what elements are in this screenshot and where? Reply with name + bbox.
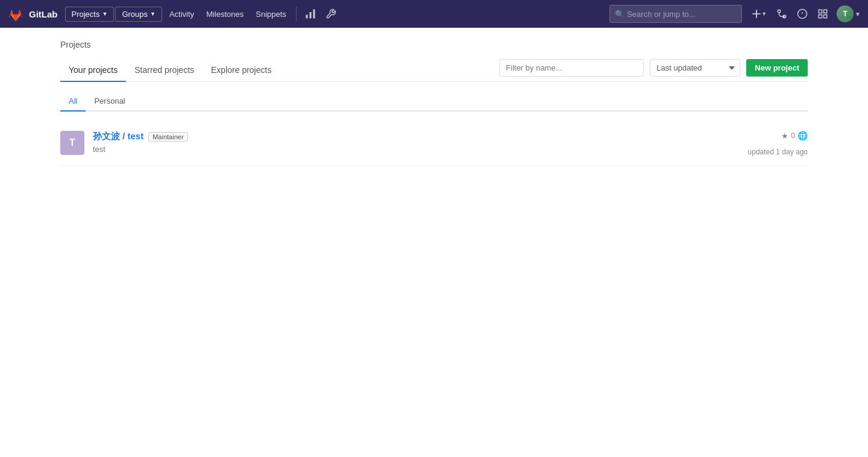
filter-by-name-input[interactable] <box>499 59 644 77</box>
tab-starred-projects[interactable]: Starred projects <box>126 59 203 82</box>
sub-tab-all[interactable]: All <box>60 92 86 112</box>
svg-rect-6 <box>819 10 822 13</box>
merge-requests-button[interactable] <box>772 6 792 22</box>
project-meta: ★ 0 🌐 updated 1 day ago <box>748 131 808 156</box>
user-avatar-nav[interactable]: T <box>837 5 854 22</box>
create-new-button[interactable]: ▼ <box>747 7 772 21</box>
svg-rect-2 <box>313 10 315 19</box>
avatar: T <box>60 131 84 155</box>
global-search-box[interactable]: 🔍 <box>609 5 742 23</box>
main-tabs: Your projects Starred projects Explore p… <box>60 59 499 81</box>
user-menu-chevron: ▼ <box>855 11 861 17</box>
groups-menu-button[interactable]: Groups ▼ <box>115 7 162 22</box>
todos-button[interactable] <box>813 6 833 22</box>
search-input[interactable] <box>627 10 737 19</box>
project-info: 孙文波 / test Maintainer test <box>93 131 748 154</box>
svg-point-3 <box>778 10 781 13</box>
milestones-nav-link[interactable]: Milestones <box>200 7 250 21</box>
project-role-badge: Maintainer <box>148 132 187 142</box>
updated-text: updated 1 day ago <box>748 148 808 156</box>
search-icon: 🔍 <box>615 10 624 19</box>
new-project-button[interactable]: New project <box>746 59 808 77</box>
project-description: test <box>93 145 748 154</box>
stars-row: ★ 0 🌐 <box>781 131 808 140</box>
sub-tab-personal[interactable]: Personal <box>86 92 133 112</box>
project-name-link[interactable]: 孙文波 / test <box>93 131 143 142</box>
tab-explore-projects[interactable]: Explore projects <box>203 59 280 82</box>
svg-rect-8 <box>824 15 827 18</box>
svg-rect-1 <box>309 12 311 19</box>
projects-menu-button[interactable]: Projects ▼ <box>65 7 115 22</box>
filter-area: Last updated Name Oldest updated Newest … <box>499 59 808 81</box>
issues-button[interactable] <box>792 6 813 22</box>
top-navigation: GitLab Projects ▼ Groups ▼ Activity Mile… <box>0 0 868 28</box>
nav-separator-1 <box>296 7 297 21</box>
svg-rect-9 <box>819 15 822 18</box>
admin-wrench-button[interactable] <box>321 6 341 22</box>
project-name-row: 孙文波 / test Maintainer <box>93 131 748 142</box>
sort-select[interactable]: Last updated Name Oldest updated Newest … <box>650 59 740 77</box>
visibility-icon: 🌐 <box>797 131 808 140</box>
breadcrumb: Projects <box>60 40 808 49</box>
gitlab-logo[interactable] <box>7 5 24 22</box>
table-row: T 孙文波 / test Maintainer test ★ 0 🌐 updat… <box>60 121 808 166</box>
page-content: Projects Your projects Starred projects … <box>48 28 820 178</box>
svg-rect-0 <box>306 15 307 19</box>
gitlab-wordmark: GitLab <box>29 9 58 19</box>
svg-rect-7 <box>824 10 827 13</box>
star-count: 0 <box>791 131 795 140</box>
tab-your-projects[interactable]: Your projects <box>60 59 126 82</box>
stats-icon-button[interactable] <box>300 6 321 22</box>
star-icon: ★ <box>781 131 788 140</box>
activity-nav-link[interactable]: Activity <box>163 7 200 21</box>
sub-tabs: All Personal <box>60 92 808 112</box>
tabs-filter-row: Your projects Starred projects Explore p… <box>60 59 808 82</box>
project-list: T 孙文波 / test Maintainer test ★ 0 🌐 updat… <box>60 121 808 166</box>
snippets-nav-link[interactable]: Snippets <box>250 7 292 21</box>
